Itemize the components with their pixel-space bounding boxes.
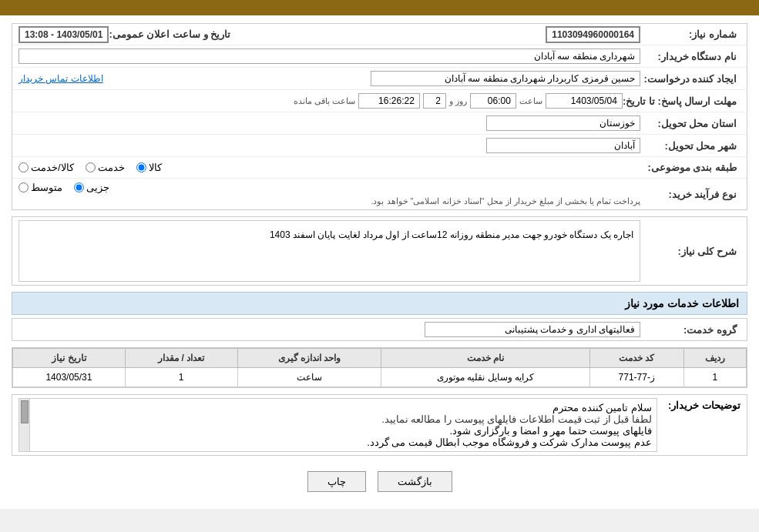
response-time-label: ساعت xyxy=(519,96,542,106)
buyer-desc-label: توضیحات خریدار: xyxy=(663,398,741,411)
category-kala-khedmat-radio[interactable] xyxy=(18,162,29,172)
response-days-label: روز و xyxy=(449,96,467,106)
announcement-date-label: تاریخ و ساعت اعلان عمومی: xyxy=(109,28,234,40)
description-section: شرح کلی نیاز: اجاره یک دستگاه خودرو جهت … xyxy=(12,216,747,286)
response-remaining-value: 16:26:22 xyxy=(358,93,420,109)
order-number-value-container: 1103094960000164 xyxy=(234,28,640,40)
th-date: تاریخ نیاز xyxy=(13,349,126,368)
requester-value: حسین قرمزی کاربردار شهرداری منطقه سه آبا… xyxy=(371,71,640,86)
requester-label: ایجاد کننده درخواست: xyxy=(640,73,741,85)
buyer-desc-row: توضیحات خریدار: سلام تامین کننده محترم ل… xyxy=(12,395,747,455)
buyer-org-label: نام دستگاه خریدار: xyxy=(640,51,741,62)
content-area: شماره نیاز: 1103094960000164 تاریخ و ساع… xyxy=(0,15,759,509)
order-number-label: شماره نیاز: xyxy=(640,28,741,40)
category-kala-label: کالا xyxy=(149,162,162,173)
response-date-value: 1403/05/04 xyxy=(546,93,623,109)
category-khedmat-option[interactable]: خدمت xyxy=(86,162,125,173)
td-code: ز-77-771 xyxy=(589,368,683,387)
description-value: اجاره یک دستگاه خودرو جهت مدیر منطقه روز… xyxy=(18,220,640,282)
category-khedmat-radio[interactable] xyxy=(86,162,96,172)
city-row: شهر محل تحویل: آبادان xyxy=(12,135,747,157)
description-value-container: اجاره یک دستگاه خودرو جهت مدیر منطقه روز… xyxy=(18,220,640,282)
category-row: طبقه بندی موضوعی: کالا/خدمت خدمت کالا xyxy=(12,157,747,179)
city-value-container: آبادان xyxy=(18,138,640,153)
category-label: طبقه بندی موضوعی: xyxy=(640,162,741,173)
service-group-row: گروه خدمت: فعالیتهای اداری و خدمات پشتیب… xyxy=(12,319,747,340)
process-jozi-label: جزیی xyxy=(86,182,109,193)
td-name: کرایه وسایل نقلیه موتوری xyxy=(381,368,590,387)
province-value: خوزستان xyxy=(486,115,640,131)
services-table-container: ردیف کد خدمت نام خدمت واحد اندازه گیری ت… xyxy=(12,347,747,388)
th-radif: ردیف xyxy=(683,349,746,368)
province-value-container: خوزستان xyxy=(18,115,640,131)
buyer-org-row: نام دستگاه خریدار: شهرداری منطقه سه آباد… xyxy=(12,45,747,68)
order-number-row: شماره نیاز: 1103094960000164 تاریخ و ساع… xyxy=(12,24,747,45)
process-jozi-option[interactable]: جزیی xyxy=(74,182,109,193)
category-kala-radio[interactable] xyxy=(136,162,146,172)
th-quantity: تعداد / مقدار xyxy=(125,349,237,368)
description-label: شرح کلی نیاز: xyxy=(640,246,741,257)
process-moutaset-label: متوسط xyxy=(31,182,62,193)
city-label: شهر محل تحویل: xyxy=(640,140,741,152)
services-table: ردیف کد خدمت نام خدمت واحد اندازه گیری ت… xyxy=(12,348,747,387)
td-date: 1403/05/31 xyxy=(13,368,126,387)
city-value: آبادان xyxy=(486,138,640,153)
response-remaining-label: ساعت باقی مانده xyxy=(294,96,355,106)
response-time-value: 06:00 xyxy=(470,93,516,109)
service-group-section: گروه خدمت: فعالیتهای اداری و خدمات پشتیب… xyxy=(12,318,747,341)
category-kala-khedmat-option[interactable]: کالا/خدمت xyxy=(18,162,74,173)
process-moutaset-option[interactable]: متوسط xyxy=(18,182,62,193)
response-deadline-label: مهلت ارسال پاسخ: تا تاریخ: xyxy=(623,95,741,107)
response-deadline-row: مهلت ارسال پاسخ: تا تاریخ: 1403/05/04 سا… xyxy=(12,90,747,112)
process-note: پرداخت تمام یا بخشی از مبلغ خریدار از مح… xyxy=(18,196,640,206)
requester-value-container: حسین قرمزی کاربردار شهرداری منطقه سه آبا… xyxy=(111,71,640,86)
province-row: استان محل تحویل: خوزستان xyxy=(12,112,747,135)
buttons-row: بازگشت چاپ xyxy=(12,462,747,501)
response-deadline-container: 1403/05/04 ساعت 06:00 روز و 2 16:26:22 س… xyxy=(18,93,623,109)
table-row: 1 ز-77-771 کرایه وسایل نقلیه موتوری ساعت… xyxy=(13,368,747,387)
buyer-desc-line1: سلام تامین کننده محترم xyxy=(36,402,652,413)
service-group-label: گروه خدمت: xyxy=(640,324,741,336)
td-quantity: 1 xyxy=(125,368,237,387)
announcement-date-value-container: 1403/05/01 - 13:08 xyxy=(18,28,109,40)
announcement-date-value: 1403/05/01 - 13:08 xyxy=(18,26,109,43)
buyer-org-value-container: شهرداری منطقه سه آبادان xyxy=(18,49,640,64)
th-name: نام خدمت xyxy=(381,349,590,368)
print-button[interactable]: چاپ xyxy=(307,471,366,492)
buyer-desc-text: سلام تامین کننده محترم لطفا قبل از ثبت ق… xyxy=(32,399,657,451)
province-label: استان محل تحویل: xyxy=(640,118,741,129)
page-header xyxy=(0,0,759,15)
buyer-desc-content: سلام تامین کننده محترم لطفا قبل از ثبت ق… xyxy=(18,398,657,452)
process-moutaset-radio[interactable] xyxy=(18,182,29,192)
page-wrapper: شماره نیاز: 1103094960000164 تاریخ و ساع… xyxy=(0,0,759,509)
process-label: نوع فرآیند خرید: xyxy=(640,189,741,200)
buyer-desc-line4: عدم پیوست مدارک شرکت و فروشگاه موجب ابطا… xyxy=(36,437,652,448)
contact-link[interactable]: اطلاعات تماس خریدار xyxy=(18,73,103,84)
th-code: کد خدمت xyxy=(589,349,683,368)
category-kala-option[interactable]: کالا xyxy=(136,162,162,173)
table-header-row: ردیف کد خدمت نام خدمت واحد اندازه گیری ت… xyxy=(13,349,747,368)
services-title: اطلاعات خدمات مورد نیاز xyxy=(12,292,747,315)
process-container: متوسط جزیی پرداخت تمام یا بخشی از مبلغ خ… xyxy=(18,182,640,206)
scrollbar-vertical[interactable] xyxy=(19,399,30,451)
order-number-value: 1103094960000164 xyxy=(546,26,640,43)
response-days-value: 2 xyxy=(423,93,446,109)
category-kala-khedmat-label: کالا/خدمت xyxy=(31,162,74,173)
process-jozi-radio[interactable] xyxy=(74,182,84,192)
process-row: نوع فرآیند خرید: متوسط جزیی پرداخت تمام … xyxy=(12,179,747,209)
category-khedmat-label: خدمت xyxy=(98,162,125,173)
buyer-desc-line3: فایلهای پیوست حتما مهر و امضا و بارگزاری… xyxy=(36,425,652,437)
scrollbar-thumb[interactable] xyxy=(21,400,29,423)
process-options: متوسط جزیی xyxy=(18,182,640,193)
th-unit: واحد اندازه گیری xyxy=(237,349,381,368)
requester-row: ایجاد کننده درخواست: حسین قرمزی کاربردار… xyxy=(12,68,747,90)
main-info-section: شماره نیاز: 1103094960000164 تاریخ و ساع… xyxy=(12,23,747,210)
buyer-org-value: شهرداری منطقه سه آبادان xyxy=(18,49,640,64)
back-button[interactable]: بازگشت xyxy=(378,471,452,492)
buyer-desc-line2: لطفا قبل از ثبت قیمت اطلاعات فایلهای پیو… xyxy=(36,413,652,425)
category-options: کالا/خدمت خدمت کالا xyxy=(18,162,640,173)
description-row: شرح کلی نیاز: اجاره یک دستگاه خودرو جهت … xyxy=(12,217,747,285)
service-group-value: فعالیتهای اداری و خدمات پشتیبانی xyxy=(425,322,640,337)
td-radif: 1 xyxy=(683,368,746,387)
buyer-desc-section: توضیحات خریدار: سلام تامین کننده محترم ل… xyxy=(12,394,747,456)
